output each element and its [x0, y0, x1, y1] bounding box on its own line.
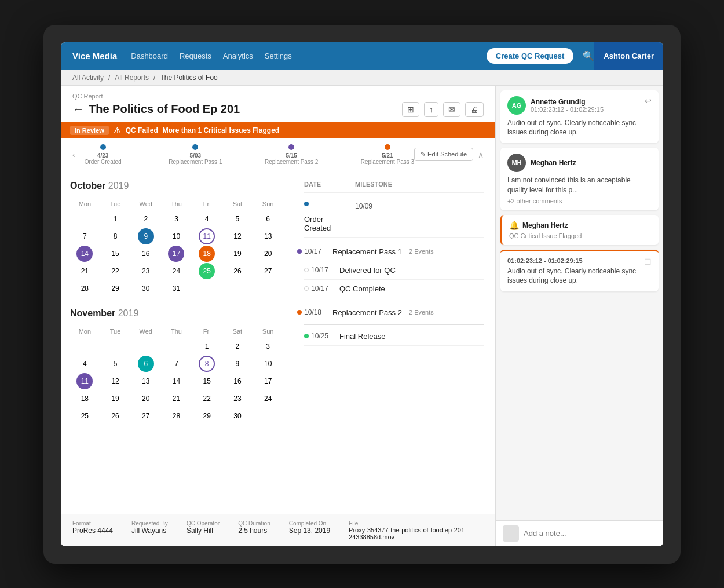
nav-requests[interactable]: Requests	[180, 49, 211, 63]
timeline-dot	[385, 144, 390, 150]
cal-day[interactable]: 2	[229, 338, 246, 355]
cal-day[interactable]: 26	[229, 263, 246, 279]
cal-day[interactable]: 7	[168, 356, 184, 372]
cal-day[interactable]: 7	[76, 228, 93, 244]
qc-status-detail: More than 1 Critical Issues Flagged	[163, 126, 279, 134]
cal-day-nov-11[interactable]: 11	[76, 373, 93, 389]
alert-bell-icon: 🔔	[509, 221, 519, 230]
comment-more-link[interactable]: +2 other comments	[507, 198, 652, 204]
cal-day[interactable]: 10	[260, 356, 276, 372]
cal-day[interactable]: 28	[168, 408, 184, 424]
nav-dashboard[interactable]: Dashboard	[131, 49, 168, 63]
cal-day[interactable]: 1	[107, 211, 123, 227]
back-button[interactable]: ←	[72, 103, 84, 116]
cal-day[interactable]: 16	[229, 373, 246, 389]
cal-header-mon: Mon	[70, 326, 100, 337]
cal-day-11[interactable]: 11	[199, 228, 215, 244]
cal-day[interactable]: 22	[199, 390, 215, 407]
cal-day[interactable]: 27	[138, 408, 154, 424]
cal-day[interactable]: 26	[107, 408, 123, 424]
cal-day[interactable]: 4	[76, 356, 93, 372]
cal-day-nov-8[interactable]: 8	[199, 356, 215, 372]
cal-day[interactable]: 28	[76, 280, 93, 297]
cal-day[interactable]: 20	[138, 390, 154, 407]
cal-day[interactable]: 27	[260, 263, 276, 279]
cal-day[interactable]: 5	[107, 356, 123, 372]
cal-day[interactable]: 3	[168, 211, 184, 227]
meta-completed-on: Completed On Sep 13, 2019	[289, 520, 330, 540]
cal-day-17[interactable]: 17	[168, 246, 184, 262]
cal-day[interactable]: 18	[76, 390, 93, 407]
cal-day[interactable]: 23	[138, 263, 154, 279]
email-button[interactable]: ✉	[443, 102, 460, 117]
status-bar: In Review ⚠ QC Failed More than 1 Critic…	[61, 122, 495, 138]
cal-day[interactable]: 29	[107, 280, 123, 297]
breadcrumb-all-reports[interactable]: All Reports	[115, 74, 149, 82]
cal-day[interactable]: 13	[260, 228, 276, 244]
user-menu[interactable]: Ashton Carter	[594, 42, 663, 70]
breadcrumb-all-activity[interactable]: All Activity	[72, 74, 104, 82]
nav-analytics[interactable]: Analytics	[223, 49, 253, 63]
cal-day[interactable]	[107, 338, 123, 355]
cal-header-fri: Fri	[192, 198, 222, 210]
print-button[interactable]: 🖨	[465, 102, 484, 117]
cal-day[interactable]: 5	[229, 211, 246, 227]
cal-day-25[interactable]: 25	[199, 263, 215, 279]
cal-day[interactable]: 20	[260, 246, 276, 262]
cal-day[interactable]: 6	[260, 211, 276, 227]
cal-day[interactable]	[138, 338, 154, 355]
cal-day[interactable]: 15	[107, 246, 123, 262]
cal-day-9[interactable]: 9	[138, 228, 154, 244]
cal-day[interactable]: 19	[107, 390, 123, 407]
nav-settings[interactable]: Settings	[265, 49, 292, 63]
cal-day[interactable]: 12	[229, 228, 246, 244]
timeline-collapse-button[interactable]: ∧	[478, 150, 484, 159]
reply-button[interactable]: ↩	[645, 96, 652, 105]
share-button[interactable]: ↑	[424, 102, 438, 117]
cal-day[interactable]: 21	[168, 390, 184, 407]
cal-day[interactable]: 14	[168, 373, 184, 389]
cal-day[interactable]	[76, 338, 93, 355]
qc-actions: ⊞ ↑ ✉ 🖨	[402, 102, 484, 117]
meta-qc-operator: QC Operator Sally Hill	[187, 520, 220, 540]
cal-day[interactable]: 2	[138, 211, 154, 227]
cal-day[interactable]: 30	[138, 280, 154, 297]
cal-day[interactable]: 24	[168, 263, 184, 279]
cal-day[interactable]: 22	[107, 263, 123, 279]
cal-day[interactable]: 4	[199, 211, 215, 227]
cal-day[interactable]: 13	[138, 373, 154, 389]
cal-day[interactable]: 12	[107, 373, 123, 389]
cal-day[interactable]	[76, 211, 93, 227]
grid-view-button[interactable]: ⊞	[402, 102, 419, 117]
content-split: October 2019 Mon Tue Wed Thu Fri Sat Sun	[61, 171, 495, 514]
cal-day[interactable]: 10	[168, 228, 184, 244]
cal-day[interactable]: 19	[229, 246, 246, 262]
cal-day[interactable]: 1	[199, 338, 215, 355]
cal-day[interactable]: 31	[168, 280, 184, 297]
cal-day[interactable]: 21	[76, 263, 93, 279]
meta-file: File Proxy-354377-the-politics-of-food.e…	[349, 520, 484, 540]
cal-day[interactable]: 15	[199, 373, 215, 389]
edit-schedule-button[interactable]: ✎ Edit Schedule	[414, 148, 473, 161]
create-qc-request-button[interactable]: Create QC Request	[487, 48, 573, 64]
cal-day-18[interactable]: 18	[199, 246, 215, 262]
cal-day[interactable]	[168, 338, 184, 355]
cal-day[interactable]: 30	[229, 408, 246, 424]
check-icon[interactable]: ☐	[644, 257, 652, 266]
cal-header-thu: Thu	[162, 198, 191, 210]
cal-day-14[interactable]: 14	[76, 246, 93, 262]
cal-day[interactable]: 17	[260, 373, 276, 389]
cal-header-wed: Wed	[131, 326, 160, 337]
cal-day[interactable]: 25	[76, 408, 93, 424]
cal-day[interactable]: 29	[199, 408, 215, 424]
cal-day[interactable]: 16	[138, 246, 154, 262]
cal-day[interactable]: 8	[107, 228, 123, 244]
cal-day-nov-6[interactable]: 6	[138, 356, 154, 372]
cal-day[interactable]: 3	[260, 338, 276, 355]
cal-day[interactable]: 24	[260, 390, 276, 407]
add-note-input[interactable]	[524, 529, 656, 538]
timeline-prev-button[interactable]: ‹	[72, 150, 75, 159]
cal-day[interactable]: 23	[229, 390, 246, 407]
search-icon[interactable]: 🔍	[583, 50, 594, 61]
cal-day[interactable]: 9	[229, 356, 246, 372]
